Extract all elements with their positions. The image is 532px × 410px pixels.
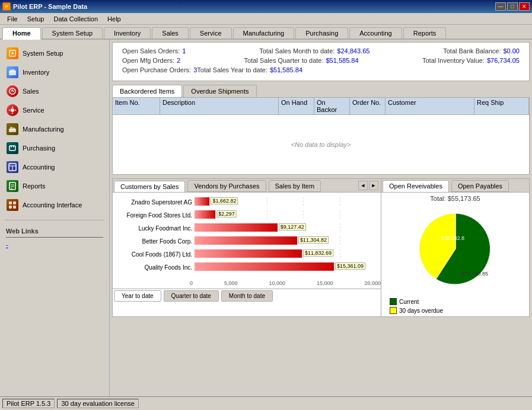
- pie-chart-panel: Open Reveivables Open Payables Total: $5…: [381, 178, 530, 317]
- col-description: Description: [160, 98, 279, 114]
- legend-box-current: [390, 298, 397, 305]
- svg-rect-7: [10, 127, 12, 130]
- sidebar-item-purchasing[interactable]: Purchasing: [2, 139, 107, 157]
- sidebar-item-sales[interactable]: Sales: [2, 82, 107, 100]
- nav-tab-bar: Home System Setup Inventory Sales Servic…: [0, 25, 532, 40]
- tab-backordered-items[interactable]: Backordered Items: [112, 85, 182, 97]
- sidebar: System Setup Inventory Sales: [0, 40, 110, 396]
- status-license: 30 day evaluation license: [57, 399, 139, 408]
- sidebar-item-inventory[interactable]: Inventory: [2, 63, 107, 81]
- bar-row: Quality Foods Inc. $15,361.09: [117, 262, 376, 272]
- bar-row: Lucky Foodmart Inc. $9,127.42: [117, 223, 376, 233]
- tab-sales-by-item[interactable]: Sales by Item: [269, 180, 321, 192]
- sidebar-label-system-setup: System Setup: [23, 50, 63, 57]
- stat-label-total-sales-quarter: Total Sales Quarter to date:: [244, 57, 324, 64]
- bar-label: Better Foods Corp.: [117, 238, 195, 245]
- stat-value-total-sales-year: $51,585.84: [270, 66, 302, 73]
- status-version: Pilot ERP 1.5.3: [2, 399, 55, 408]
- sidebar-item-service[interactable]: Service: [2, 101, 107, 119]
- title-buttons: — □ ✕: [495, 2, 530, 11]
- stat-label-open-sales-orders: Open Sales Orders:: [122, 47, 180, 55]
- col-on-hand: On Hand: [279, 98, 314, 114]
- minimize-button[interactable]: —: [495, 2, 506, 11]
- tab-manufacturing[interactable]: Manufacturing: [233, 27, 295, 39]
- pie-content: Total: $55,173.65 $38,032.8 $17,140.85: [381, 193, 529, 316]
- bar-container: $2,297: [195, 210, 376, 220]
- tab-open-receivables[interactable]: Open Reveivables: [383, 180, 449, 192]
- tab-overdue-shipments[interactable]: Overdue Shipments: [183, 85, 256, 97]
- no-data-text: <No data to display>: [291, 141, 351, 148]
- tab-home[interactable]: Home: [2, 27, 41, 40]
- period-tab-month[interactable]: Month to date: [221, 290, 273, 302]
- tab-service[interactable]: Service: [190, 27, 232, 39]
- tab-customers-by-sales[interactable]: Customers by Sales: [114, 181, 185, 192]
- sidebar-label-service: Service: [23, 107, 44, 114]
- pie-total: Total: $55,173.65: [430, 195, 480, 202]
- sidebar-item-accounting[interactable]: Accounting: [2, 158, 107, 176]
- stat-label-open-mfg-orders: Open Mfg Orders:: [122, 57, 174, 64]
- web-link-1[interactable]: -: [2, 240, 107, 249]
- pie-chart-area: $38,032.8 $17,140.85: [408, 204, 503, 293]
- chart-x-axis: 0 5,000 10,000 15,000 20,000: [113, 280, 381, 289]
- svg-text:$17,140.85: $17,140.85: [461, 271, 488, 277]
- stat-value-total-sales-month: $24,843.65: [337, 47, 369, 55]
- col-item-no: Item No.: [113, 98, 160, 114]
- tab-vendors-by-purchases[interactable]: Vendors by Purchases: [187, 180, 266, 192]
- chart-period-tabs: Year to date Quarter to date Month to da…: [113, 289, 381, 303]
- tab-accounting[interactable]: Accounting: [349, 27, 402, 39]
- menu-file[interactable]: File: [2, 14, 23, 24]
- table-empty-message: <No data to display>: [113, 115, 529, 174]
- tab-sales[interactable]: Sales: [152, 27, 189, 39]
- sidebar-item-reports[interactable]: Reports: [2, 177, 107, 195]
- sidebar-item-system-setup[interactable]: System Setup: [2, 44, 107, 62]
- maximize-button[interactable]: □: [507, 2, 518, 11]
- inventory-icon: [6, 66, 19, 79]
- service-icon: [6, 104, 19, 117]
- stat-value-open-mfg-orders: 2: [177, 57, 180, 64]
- close-button[interactable]: ✕: [519, 2, 530, 11]
- tab-system-setup[interactable]: System Setup: [42, 27, 103, 39]
- stats-row-2: Open Mfg Orders: 2 Total Sales Quarter t…: [122, 57, 520, 64]
- svg-rect-3: [10, 69, 15, 72]
- tab-reports[interactable]: Reports: [403, 27, 447, 39]
- sidebar-item-accounting-interface[interactable]: Accounting Interface: [2, 196, 107, 214]
- stats-panel: Open Sales Orders: 1 Total Sales Month t…: [112, 42, 530, 81]
- sidebar-label-purchasing: Purchasing: [23, 145, 55, 152]
- col-customer: Customer: [386, 98, 474, 114]
- menu-setup[interactable]: Setup: [23, 14, 49, 24]
- menu-data-collection[interactable]: Data Collection: [49, 14, 103, 24]
- svg-rect-9: [9, 146, 15, 150]
- bar-container: $15,361.09: [195, 262, 376, 272]
- chart-navigation: ◄ ►: [358, 181, 378, 190]
- stat-total-bank-balance: Total Bank Balance: $0.00: [443, 47, 520, 55]
- backordered-table: Item No. Description On Hand On Backor O…: [112, 97, 530, 175]
- sales-icon: [6, 85, 19, 98]
- bar-row: Znadro Superstoret AG $1,662.82: [117, 197, 376, 207]
- stat-open-mfg-orders: Open Mfg Orders: 2: [122, 57, 180, 64]
- stat-open-sales-orders: Open Sales Orders: 1: [122, 47, 186, 55]
- menu-help[interactable]: Help: [103, 14, 126, 24]
- period-tab-quarter[interactable]: Quarter to date: [164, 290, 219, 302]
- stat-value-open-sales-orders: 1: [182, 47, 186, 55]
- bar-label: Foreign Food Stores Ltd.: [117, 212, 195, 219]
- accounting-icon: [6, 161, 19, 174]
- tab-inventory[interactable]: Inventory: [104, 27, 151, 39]
- stat-value-total-inventory-value: $76,734.05: [487, 57, 520, 64]
- col-on-backor: On Backor: [314, 98, 350, 114]
- title-bar: P Pilot ERP - Sample Data — □ ✕: [0, 0, 532, 13]
- sidebar-item-manufacturing[interactable]: Manufacturing: [2, 120, 107, 138]
- legend-label-30-days: 30 days overdue: [399, 308, 443, 314]
- sidebar-label-sales: Sales: [23, 88, 39, 95]
- period-tab-year[interactable]: Year to date: [114, 290, 161, 302]
- content-area: Open Sales Orders: 1 Total Sales Month t…: [110, 40, 532, 396]
- bar-label: Cool Foods (1867) Ltd.: [117, 251, 195, 258]
- chart-prev-button[interactable]: ◄: [358, 181, 368, 190]
- chart-next-button[interactable]: ►: [369, 181, 378, 190]
- tab-open-payables[interactable]: Open Payables: [451, 180, 509, 192]
- status-bar: Pilot ERP 1.5.3 30 day evaluation licens…: [0, 396, 532, 409]
- stat-open-purchase-orders: Open Purchase Orders: 3: [122, 66, 197, 73]
- tab-purchasing[interactable]: Purchasing: [295, 27, 348, 39]
- stat-label-total-sales-month: Total Sales Month to date:: [259, 47, 335, 55]
- menu-bar: File Setup Data Collection Help: [0, 13, 532, 25]
- bar-chart-panel: Customers by Sales Vendors by Purchases …: [112, 178, 381, 317]
